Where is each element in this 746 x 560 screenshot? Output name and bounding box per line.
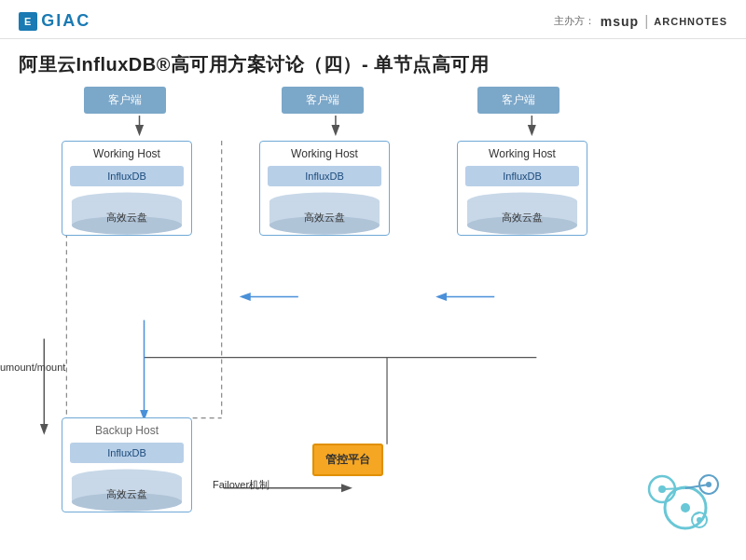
backup-host-label: Backup Host [62,418,191,439]
backup-host-box: Backup Host InfluxDB 高效云盘 [62,417,192,512]
sponsor-divider: | [644,13,648,30]
tree-decoration [643,457,727,544]
disk-svg-1: 高效云盘 [70,192,184,239]
svg-point-40 [697,517,702,523]
failover-label: Failover机制 [213,478,269,492]
logo-giac: GIAC [41,11,90,31]
sponsor-area: 主办方： msup | ARCHNOTES [554,13,727,30]
working-host-box-2: Working Host InfluxDB 高效云盘 [259,141,390,236]
client-3-label: 客户端 [502,93,535,106]
client-1-label: 客户端 [108,93,142,106]
umount-mount-label: umount/mount [0,362,65,373]
diagram-area: umount/mount 客户端 客户端 客户端 Working Host In… [0,87,746,560]
working-host-box-3: Working Host InfluxDB 高效云盘 [457,141,587,236]
client-box-3: 客户端 [477,87,560,114]
client-2-label: 客户端 [306,93,339,106]
control-platform-label: 管控平台 [325,453,370,466]
svg-point-37 [681,503,690,512]
svg-point-38 [658,485,666,493]
svg-text:高效云盘: 高效云盘 [106,212,147,223]
svg-point-39 [706,482,711,487]
influxdb-box-3: InfluxDB [465,166,579,186]
client-box-1: 客户端 [84,87,166,114]
client-box-2: 客户端 [282,87,364,114]
working-host-1-label: Working Host [62,142,191,162]
sponsor-msup: msup [601,14,639,29]
disk-svg-3: 高效云盘 [465,192,579,239]
working-host-box-1: Working Host InfluxDB 高效云盘 [62,141,192,236]
control-platform-box: 管控平台 [312,444,383,476]
sponsor-label: 主办方： [554,14,595,28]
page-header: E GIAC 主办方： msup | ARCHNOTES [0,0,746,39]
influxdb-box-1: InfluxDB [70,166,184,186]
working-host-2-label: Working Host [260,142,389,162]
page-title: 阿里云InfluxDB®高可用方案讨论（四）- 单节点高可用 [0,39,746,87]
svg-text:高效云盘: 高效云盘 [304,212,345,223]
sponsor-archnotes: ARCHNOTES [654,16,727,27]
disk-svg-backup: 高效云盘 [70,469,184,515]
svg-text:高效云盘: 高效云盘 [106,488,147,499]
influxdb-box-2: InfluxDB [268,166,381,186]
logo-e-icon: E [19,12,37,31]
disk-svg-2: 高效云盘 [268,192,381,239]
influxdb-backup-box: InfluxDB [70,443,184,463]
logo-area: E GIAC [19,11,90,31]
svg-text:高效云盘: 高效云盘 [502,212,543,223]
working-host-3-label: Working Host [458,142,587,162]
